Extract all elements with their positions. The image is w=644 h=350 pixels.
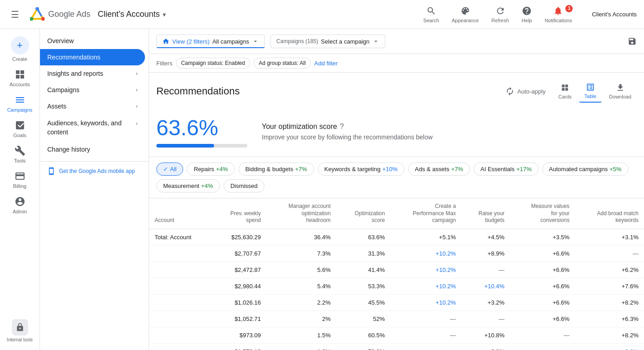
- refresh-nav-btn[interactable]: Refresh: [486, 3, 514, 26]
- billing-icon: [15, 171, 25, 182]
- total-measure: +3.5%: [510, 229, 575, 245]
- leftnav-item-recommendations[interactable]: Recommendations: [40, 49, 145, 65]
- chip-dismissed[interactable]: Dismissed: [224, 179, 265, 192]
- leftnav-change-history-label: Change history: [47, 146, 90, 153]
- table-row: $1,579.13 1.3% 79.6% — +6.8% — +6.3%: [149, 343, 644, 350]
- app-name: Google Ads: [48, 10, 90, 19]
- help-circle-icon[interactable]: ?: [340, 123, 344, 131]
- sidebar-item-accounts[interactable]: Accounts: [0, 65, 40, 91]
- goals-icon: [15, 120, 25, 131]
- row-account: [149, 343, 212, 350]
- sidebar-item-admin[interactable]: Admin: [0, 192, 40, 218]
- chip-ads[interactable]: Ads & assets +7%: [408, 163, 470, 176]
- auto-apply-btn[interactable]: Auto-apply: [500, 84, 551, 99]
- all-campaigns-label: All campaigns: [212, 38, 249, 45]
- row-opt-score: 45.5%: [336, 294, 390, 311]
- chip-bidding[interactable]: Bidding & budgets +7%: [239, 163, 314, 176]
- mobile-app-label: Get the Google Ads mobile app: [59, 168, 135, 174]
- download-btn[interactable]: Download: [604, 80, 637, 102]
- col-measure: Measure valuesfor yourconversions: [510, 198, 575, 229]
- chip-dismissed-label: Dismissed: [230, 182, 258, 189]
- checkmark-icon: ✓: [163, 166, 168, 173]
- row-measure: +6.6%: [510, 261, 575, 278]
- score-title: Your optimization score ?: [262, 123, 433, 131]
- chip-repairs[interactable]: Repairs +4%: [187, 163, 235, 176]
- chip-ai[interactable]: AI Essentials +17%: [474, 163, 539, 176]
- leftnav-item-assets[interactable]: Assets ›: [40, 98, 145, 114]
- notifications-icon: [553, 6, 563, 16]
- row-account: [149, 327, 212, 343]
- col-account: Account: [149, 198, 212, 229]
- add-filter-btn[interactable]: Add filter: [315, 60, 338, 67]
- row-prev-weekly: $2,472.87: [212, 261, 266, 278]
- row-perf-max: —: [390, 343, 461, 350]
- row-prev-weekly: $1,026.16: [212, 294, 266, 311]
- leftnav-item-audiences[interactable]: Audiences, keywords, and content ›: [40, 114, 145, 141]
- auto-apply-label: Auto-apply: [517, 88, 545, 95]
- logo: Google Ads: [30, 7, 90, 22]
- table-row: $973.09 1.5% 60.5% — +10.8% — +8.2%: [149, 327, 644, 343]
- refresh-icon: [495, 6, 505, 16]
- chip-bidding-label: Bidding & budgets: [245, 166, 294, 173]
- table-btn[interactable]: Table: [579, 80, 602, 103]
- leftnav-audiences-label: Audiences, keywords, and content: [47, 119, 136, 137]
- chip-measurement[interactable]: Measurement +4%: [156, 179, 220, 192]
- row-broad-match: +6.2%: [575, 261, 644, 278]
- filter-chip-adgroup-status[interactable]: Ad group status: All: [254, 58, 310, 69]
- table-row: $2,980.44 5.4% 53.3% +10.2% +10.4% +6.6%…: [149, 278, 644, 294]
- row-opt-score: 53.3%: [336, 278, 390, 294]
- lock-icon: [15, 323, 25, 332]
- row-measure: +6.6%: [510, 294, 575, 311]
- row-account: [149, 261, 212, 278]
- row-measure: +6.6%: [510, 245, 575, 261]
- row-perf-max: +10.2%: [390, 278, 461, 294]
- cards-btn[interactable]: Cards: [553, 80, 577, 102]
- chip-keywords-label: Keywords & targeting: [324, 166, 381, 173]
- sidebar-item-billing[interactable]: Billing: [0, 167, 40, 192]
- row-account: [149, 245, 212, 261]
- chip-ads-label: Ads & assets: [415, 166, 449, 173]
- chip-automated-label: Automated campaigns: [549, 166, 608, 173]
- leftnav-item-campaigns[interactable]: Campaigns ›: [40, 82, 145, 98]
- leftnav-item-insights[interactable]: Insights and reports ›: [40, 65, 145, 82]
- page-title: Recommendations: [156, 85, 240, 97]
- sidebar-item-create[interactable]: + Create: [0, 33, 40, 65]
- sidebar-item-campaigns[interactable]: Campaigns: [0, 91, 40, 116]
- notifications-nav-btn[interactable]: 1 Notifications: [539, 3, 577, 26]
- chip-repairs-label: Repairs: [194, 166, 214, 173]
- score-title-text: Your optimization score: [262, 123, 337, 131]
- leftnav-item-change-history[interactable]: Change history: [40, 141, 145, 158]
- leftnav-item-overview[interactable]: Overview: [40, 33, 145, 49]
- row-prev-weekly: $2,707.67: [212, 245, 266, 261]
- search-nav-btn[interactable]: Search: [418, 3, 444, 26]
- chevron-right-icon: ›: [136, 70, 138, 77]
- campaign-select[interactable]: Campaigns (185) Select a campaign: [270, 35, 385, 48]
- refresh-nav-label: Refresh: [491, 18, 509, 23]
- sidebar-item-goals[interactable]: Goals: [0, 116, 40, 142]
- sidebar-item-tools[interactable]: Tools: [0, 142, 40, 167]
- recommendations-table: Account Prev. weeklyspend Manager accoun…: [149, 198, 644, 350]
- nav-account-label: Client's Accounts: [592, 11, 637, 18]
- row-perf-max: —: [390, 311, 461, 327]
- hamburger-menu[interactable]: ☰: [7, 5, 23, 24]
- score-bar: [156, 144, 247, 148]
- sidebar-item-internal-tools[interactable]: Internal tools: [0, 315, 40, 350]
- chip-all[interactable]: ✓ All: [156, 163, 183, 176]
- col-headroom: Manager accountoptimizationheadroom: [266, 198, 336, 229]
- chip-bar: ✓ All Repairs +4% Bidding & budgets +7% …: [149, 157, 644, 198]
- account-selector[interactable]: Client's Accounts ▾: [98, 10, 166, 19]
- mobile-app-banner[interactable]: Get the Google Ads mobile app: [40, 161, 149, 181]
- appearance-nav-btn[interactable]: Appearance: [446, 3, 484, 26]
- help-icon: [522, 6, 532, 16]
- chip-keywords[interactable]: Keywords & targeting +10%: [318, 163, 404, 176]
- filter-chip-campaign-status[interactable]: Campaign status: Enabled: [176, 58, 250, 69]
- row-headroom: 5.4%: [266, 278, 336, 294]
- row-perf-max: +10.2%: [390, 261, 461, 278]
- row-account: [149, 311, 212, 327]
- help-nav-btn[interactable]: Help: [516, 3, 538, 26]
- row-measure: —: [510, 343, 575, 350]
- filters-label: Filters: [156, 60, 172, 67]
- chip-automated[interactable]: Automated campaigns +5%: [542, 163, 629, 176]
- view-filter-select[interactable]: View (2 filters) All campaigns: [156, 35, 265, 48]
- score-bar-fill: [156, 144, 214, 148]
